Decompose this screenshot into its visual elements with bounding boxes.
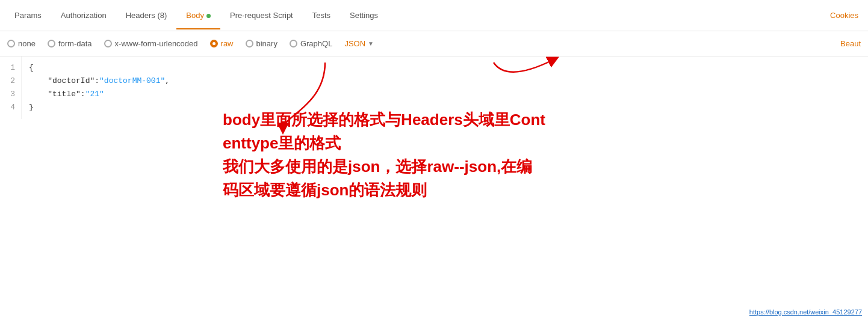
- radio-x-www-form-urlencoded[interactable]: x-www-form-urlencoded: [104, 39, 198, 48]
- radio-circle-binary: [246, 40, 253, 47]
- radio-circle-raw: [210, 40, 218, 47]
- radio-graphql[interactable]: GraphQL: [290, 39, 332, 48]
- radio-circle-none: [7, 40, 15, 47]
- cookies-link[interactable]: Cookies: [825, 2, 863, 28]
- radio-circle-graphql: [290, 40, 297, 47]
- code-line-1: {: [29, 61, 861, 75]
- annotation-text: body里面所选择的格式与Headers头域里Cont enttype里的格式 …: [223, 108, 644, 202]
- body-options-bar: none form-data x-www-form-urlencoded raw…: [0, 31, 868, 57]
- radio-none[interactable]: none: [7, 39, 36, 48]
- dropdown-arrow-icon: ▼: [368, 40, 374, 47]
- line-numbers: 1 2 3 4: [0, 57, 22, 119]
- tab-settings[interactable]: Settings: [340, 2, 388, 29]
- tab-pre-request-script[interactable]: Pre-request Script: [220, 2, 303, 29]
- tab-bar: Params Authorization Headers (8) Body Pr…: [0, 0, 868, 31]
- line-number-1: 1: [6, 61, 15, 75]
- radio-form-data[interactable]: form-data: [48, 39, 92, 48]
- tab-right-area: Cookies: [825, 2, 863, 28]
- radio-raw[interactable]: raw: [210, 39, 234, 48]
- annotation-area: body里面所选择的格式与Headers头域里Cont enttype里的格式 …: [223, 108, 644, 202]
- tab-tests[interactable]: Tests: [303, 2, 340, 29]
- tab-body[interactable]: Body: [176, 2, 220, 29]
- tab-params[interactable]: Params: [5, 2, 51, 29]
- code-line-2: "doctorId":"doctorMM-001",: [29, 75, 861, 88]
- line-number-2: 2: [6, 75, 15, 88]
- status-bar-url[interactable]: https://blog.csdn.net/weixin_45129277: [743, 306, 868, 318]
- body-active-dot: [206, 14, 211, 18]
- code-line-3: "title":"21": [29, 88, 861, 101]
- radio-circle-urlencoded: [104, 40, 112, 47]
- line-number-4: 4: [6, 101, 15, 114]
- format-dropdown[interactable]: JSON ▼: [344, 39, 374, 48]
- tab-authorization[interactable]: Authorization: [51, 2, 116, 29]
- radio-binary[interactable]: binary: [246, 39, 277, 48]
- radio-circle-form-data: [48, 40, 55, 47]
- line-number-3: 3: [6, 88, 15, 101]
- beautify-button[interactable]: Beaut: [840, 39, 861, 48]
- tab-headers[interactable]: Headers (8): [116, 2, 177, 29]
